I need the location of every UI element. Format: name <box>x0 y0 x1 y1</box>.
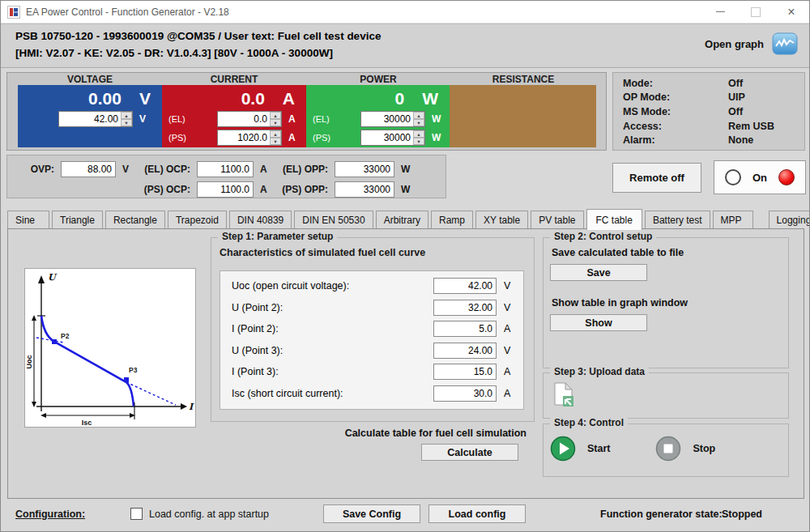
step1-fields-panel: Uoc (open circuit voltage): V U (Point 2… <box>220 270 524 410</box>
status-msmode-label: MS Mode: <box>623 106 728 117</box>
protection-panel: OVP: V (EL) OCP: A (EL) OPP: W (PS) OCP:… <box>6 155 446 198</box>
isc-input[interactable] <box>434 386 496 401</box>
i-point2-input-wrap <box>433 321 497 337</box>
tab-dinen50530[interactable]: DIN EN 50530 <box>294 211 373 229</box>
window-controls: × <box>702 1 809 23</box>
spinner-up-icon[interactable]: ▲ <box>270 130 281 138</box>
tab-din40839[interactable]: DIN 40839 <box>229 211 292 229</box>
save-table-button[interactable]: Save <box>550 264 647 281</box>
ovp-input[interactable] <box>62 162 115 177</box>
spinner-up-icon[interactable]: ▲ <box>413 112 424 119</box>
ps-ocp-label: (PS) OCP: <box>140 184 190 195</box>
isc-input-wrap <box>433 385 497 402</box>
graph-p3-label: P3 <box>129 366 138 374</box>
status-access-value: Rem USB <box>728 121 774 132</box>
tab-ramp[interactable]: Ramp <box>431 211 473 229</box>
start-icon[interactable] <box>550 436 576 462</box>
power-ps-input[interactable] <box>361 130 413 145</box>
current-el-input[interactable] <box>218 112 270 126</box>
spinner-up-icon[interactable]: ▲ <box>121 112 132 119</box>
spinner-down-icon[interactable]: ▼ <box>270 119 281 126</box>
load-config-checkbox[interactable] <box>130 508 143 520</box>
remote-off-button[interactable]: Remote off <box>612 163 701 193</box>
spinner-down-icon[interactable]: ▼ <box>413 138 424 145</box>
power-el-input[interactable] <box>361 112 413 126</box>
current-ps-spinner: ▲▼ <box>270 130 281 145</box>
function-tabstrip: Sine Triangle Rectangle Trapezoid DIN 40… <box>7 209 803 229</box>
stop-label: Stop <box>693 443 715 454</box>
load-config-checkbox-label: Load config. at app startup <box>149 509 269 520</box>
configuration-link[interactable]: Configuration: <box>15 509 85 520</box>
power-ps-unit: W <box>432 132 441 143</box>
tab-xy-table[interactable]: XY table <box>475 211 528 229</box>
i-point2-input[interactable] <box>434 321 496 336</box>
uoc-input-wrap <box>433 278 497 294</box>
el-ocp-label: (EL) OCP: <box>140 164 190 175</box>
voltage-spinner: ▲▼ <box>121 112 132 126</box>
u-point2-field-label: U (Point 2): <box>232 302 433 313</box>
maximize-icon[interactable] <box>738 1 774 23</box>
calculate-button[interactable]: Calculate <box>421 444 518 461</box>
voltage-set-input[interactable] <box>59 112 121 126</box>
power-el-label: (EL) <box>313 114 334 124</box>
current-ps-input-wrap: ▲▼ <box>217 130 282 146</box>
device-info-bar: PSB 10750-120 - 1993600019 @COM35 / User… <box>1 23 809 68</box>
ps-opp-input[interactable] <box>335 182 394 197</box>
i-point3-input[interactable] <box>434 364 496 379</box>
tab-rectangle[interactable]: Rectangle <box>105 211 165 229</box>
tab-battery-test[interactable]: Battery test <box>645 211 710 229</box>
device-id-text: PSB 10750-120 - 1993600019 @COM35 / User… <box>15 30 381 42</box>
isc-field-label: Isc (short circuit current): <box>232 388 433 399</box>
ps-opp-input-wrap <box>335 181 394 198</box>
load-config-button[interactable]: Load config <box>428 504 526 523</box>
current-ps-input[interactable] <box>218 130 270 145</box>
save-config-button[interactable]: Save Config <box>323 504 420 523</box>
minimize-icon[interactable] <box>702 1 738 23</box>
output-on-radio[interactable] <box>725 169 741 185</box>
i-point2-unit: A <box>504 323 515 334</box>
step1-groupbox: Step 1: Parameter setup Characteristics … <box>211 237 535 422</box>
power-ps-input-wrap: ▲▼ <box>360 130 425 146</box>
app-icon <box>7 6 20 19</box>
spinner-down-icon[interactable]: ▼ <box>270 138 281 145</box>
tab-trapezoid[interactable]: Trapezoid <box>168 211 227 229</box>
fuel-cell-curve-image: U I P2 P3 Uoc <box>24 268 196 428</box>
el-opp-label: (EL) OPP: <box>276 164 328 175</box>
save-table-caption: Save calculated table to file <box>552 247 684 258</box>
tab-mpp[interactable]: MPP <box>713 211 753 229</box>
tab-sine[interactable]: Sine <box>7 211 49 229</box>
spinner-up-icon[interactable]: ▲ <box>270 112 281 119</box>
uoc-field-label: Uoc (open circuit voltage): <box>232 280 433 292</box>
u-point2-input[interactable] <box>434 300 496 315</box>
uoc-input[interactable] <box>434 279 496 293</box>
voltage-actual-unit: V <box>139 89 151 109</box>
spinner-down-icon[interactable]: ▼ <box>121 119 132 126</box>
tab-pv-table[interactable]: PV table <box>531 211 583 229</box>
graph-uoc-label: Uoc <box>25 355 33 368</box>
graph-isc-label: Isc <box>82 419 92 427</box>
step2-groupbox: Step 2: Control setup Save calculated ta… <box>543 237 789 368</box>
tab-triangle[interactable]: Triangle <box>52 211 103 229</box>
output-on-panel: On <box>714 160 806 194</box>
spinner-up-icon[interactable]: ▲ <box>413 130 424 138</box>
u-point3-input[interactable] <box>434 343 496 358</box>
device-version-text: [HMI: V2.07 - KE: V2.05 - DR: V1.0.4.3] … <box>15 47 333 59</box>
el-opp-input[interactable] <box>335 162 394 177</box>
spinner-down-icon[interactable]: ▼ <box>413 119 424 126</box>
show-table-button[interactable]: Show <box>550 314 647 331</box>
graph-p2-label: P2 <box>61 332 70 340</box>
show-table-caption: Show table in graph window <box>552 297 688 309</box>
tab-arbitrary[interactable]: Arbitrary <box>376 211 428 229</box>
open-graph-button[interactable]: Open graph <box>705 32 798 55</box>
voltage-header: VOLTAGE <box>67 74 113 85</box>
power-block: 0 W (EL) ▲▼ W (PS) ▲▼ <box>306 85 450 147</box>
stop-icon[interactable] <box>655 436 681 462</box>
ps-ocp-input[interactable] <box>198 182 253 197</box>
tab-fc-table[interactable]: FC table <box>586 209 642 230</box>
step4-title: Step 4: Control <box>550 417 628 428</box>
tab-logging[interactable]: Logging <box>769 211 810 229</box>
status-mode-value: Off <box>728 78 743 89</box>
el-ocp-input[interactable] <box>198 162 253 177</box>
close-icon[interactable]: × <box>774 1 809 23</box>
upload-file-icon[interactable] <box>553 382 575 408</box>
